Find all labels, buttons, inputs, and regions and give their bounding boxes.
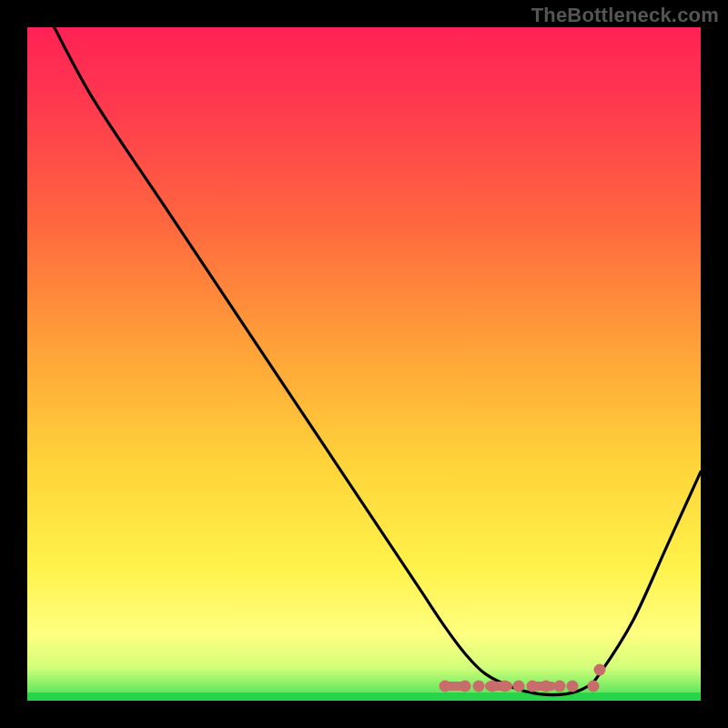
- watermark-text: TheBottleneck.com: [531, 4, 719, 27]
- chart-container: TheBottleneck.com: [0, 0, 728, 728]
- plot-area: [27, 27, 701, 701]
- bottleneck-curve: [27, 27, 701, 701]
